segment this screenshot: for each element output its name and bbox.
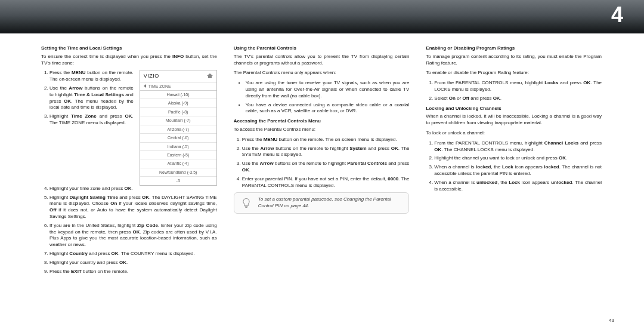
txt: or (456, 96, 463, 101)
bullet-list: You are using the tuner to receive your … (234, 80, 410, 115)
section-title-locking: Locking and Unlocking Channels (426, 106, 602, 112)
steps-with-widget: Press the MENU button on the remote. The… (41, 70, 217, 185)
bold: OK (125, 113, 132, 119)
vizio-logo: VIZIO (144, 72, 159, 79)
bold: Channel Locks (544, 140, 579, 146)
step-2: Use the Arrow buttons on the remote to h… (49, 85, 134, 111)
txt: if your locale observes daylight savings… (117, 201, 216, 206)
bold: MENU (72, 70, 86, 75)
section-title-time: Setting the Time and Local Settings (41, 45, 217, 52)
tz-item: Pacific (-8) (140, 108, 216, 116)
step-1: From the PARENTAL CONTROLS menu, highlig… (434, 140, 602, 153)
para: To manage program content according to i… (426, 54, 602, 67)
bold: Locks (544, 80, 558, 85)
txt: button on the remote. (82, 269, 128, 274)
bold: Off (49, 207, 57, 213)
txt: Highlight (49, 195, 70, 200)
tz-item: Hawaii (-10) (140, 91, 216, 99)
bold: System (349, 146, 366, 151)
bold: OK (124, 186, 131, 191)
txt: Press the (49, 269, 71, 274)
step-2: Highlight the channel you want to lock o… (434, 155, 602, 162)
bold: Off (462, 96, 469, 101)
txt: , the (497, 180, 509, 185)
page-number: 43 (609, 318, 614, 323)
tz-item: Central (-6) (140, 134, 216, 142)
back-icon (144, 84, 146, 88)
txt: . The COUNTRY menu is displayed. (119, 251, 195, 256)
bold: OK (242, 167, 249, 173)
tz-item: Eastern (-5) (140, 151, 216, 159)
txt: and press (387, 161, 409, 166)
bold: Arrow (260, 161, 274, 166)
tz-header: VIZIO (140, 70, 216, 82)
txt: and press (97, 113, 125, 119)
steps-list-d: From the PARENTAL CONTROLS menu, highlig… (426, 80, 602, 102)
para: To access the Parental Controls menu: (234, 127, 410, 133)
txt: . (126, 260, 128, 265)
bold: Parental Controls (347, 161, 387, 166)
bold: OK (583, 80, 590, 85)
step-4: Enter your parental PIN. If you have not… (242, 176, 410, 189)
txt: , the (491, 164, 502, 170)
txt: . (131, 186, 132, 191)
txt: and press (118, 195, 142, 200)
tz-item: Indiana (-5) (140, 143, 216, 151)
txt: Use the (242, 146, 261, 151)
bold: MENU (264, 137, 278, 142)
bold: OK (112, 251, 119, 256)
txt: Highlight your country and press (49, 260, 119, 265)
txt: . The CHANNEL LOCKS menu is displayed. (441, 147, 534, 152)
txt: and press (88, 251, 112, 256)
bold: Country (69, 251, 88, 256)
para: The Parental Controls menu only appears … (234, 70, 410, 76)
column-1: Setting the Time and Local Settings To e… (41, 45, 217, 278)
steps-list-e: From the PARENTAL CONTROLS menu, highlig… (426, 140, 602, 193)
txt: Press the (242, 137, 264, 142)
txt: . (500, 96, 501, 101)
step-7: Highlight Country and press OK. The COUN… (49, 251, 217, 257)
intro-text: To ensure the correct time is displayed … (41, 54, 217, 67)
bold: OK (493, 96, 500, 101)
txt: and press (469, 96, 493, 101)
txt: buttons on the remote to highlight (274, 146, 350, 151)
steps-list-b: Highlight your time zone and press OK. H… (41, 186, 217, 275)
bullet-1: You are using the tuner to receive your … (241, 80, 410, 99)
tz-item: Newfoundland (-3.5) (140, 168, 216, 177)
bold: Zip Code (137, 223, 158, 228)
txt: icon appears (520, 180, 551, 185)
chapter-number: 4 (611, 2, 623, 27)
timezone-widget: VIZIO TIME ZONE Hawaii (-10) Alaska (-9)… (140, 70, 217, 185)
txt: Use the (49, 85, 69, 91)
txt: When a channel is (434, 180, 476, 185)
bold: locked (544, 164, 559, 170)
step-1: From the PARENTAL CONTROLS menu, highlig… (434, 80, 602, 93)
bold: unlocked (551, 180, 572, 185)
para: When a channel is locked, it will be ina… (426, 113, 602, 127)
txt: Press the (49, 70, 72, 75)
txt: When a channel is (434, 164, 476, 170)
tz-footer: -3 (140, 177, 216, 185)
txt: Select (434, 96, 448, 101)
bold: unlocked (476, 180, 497, 185)
step-3: Highlight Time Zone and press OK. The TI… (49, 113, 134, 127)
txt: on page 44. (283, 203, 309, 208)
manual-page: 4 Setting the Time and Local Settings To… (0, 0, 644, 329)
step-6: If you are in the United States, highlig… (49, 223, 217, 248)
bold: Arrow (69, 85, 82, 91)
txt: Enter your parental PIN. If you have not… (242, 176, 388, 182)
bold: On (110, 201, 117, 206)
home-icon (207, 73, 213, 79)
section-title-ratings: Enabling or Disabling Program Ratings (426, 45, 602, 52)
content-columns: Setting the Time and Local Settings To e… (41, 45, 602, 278)
txt: To set a custom parental passcode, see (258, 196, 343, 202)
txt: Use the (242, 161, 260, 166)
tz-item: Arizona (-7) (140, 125, 216, 134)
step-9: Press the EXIT button on the remote. (49, 269, 217, 275)
txt: button on the remote. The on-screen menu… (277, 137, 397, 142)
header-banner: 4 (0, 0, 644, 33)
txt: and press (367, 146, 391, 151)
txt: Highlight (49, 113, 71, 119)
step-5: Highlight Daylight Saving Time and press… (49, 195, 217, 220)
txt: If you are in the United States, highlig… (49, 223, 137, 228)
